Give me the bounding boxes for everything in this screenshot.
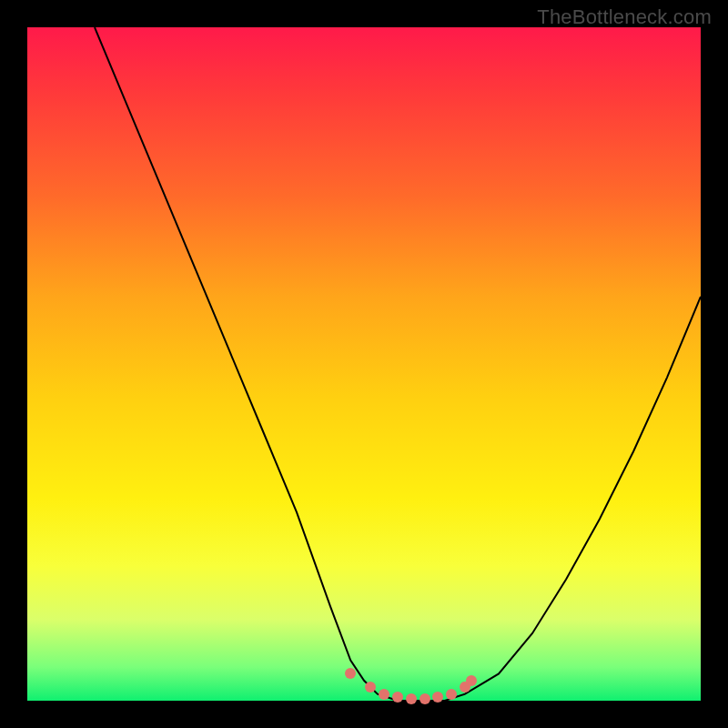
marker-dot bbox=[446, 689, 457, 700]
marker-dot bbox=[392, 692, 403, 703]
watermark-text: TheBottleneck.com bbox=[537, 5, 712, 29]
bottom-dots bbox=[27, 27, 701, 701]
marker-dot bbox=[365, 682, 376, 693]
marker-dot bbox=[406, 693, 417, 704]
marker-dot bbox=[345, 668, 356, 679]
marker-dot bbox=[420, 693, 430, 704]
marker-dot bbox=[432, 692, 443, 703]
marker-dot bbox=[466, 675, 477, 686]
marker-dot bbox=[379, 689, 389, 700]
